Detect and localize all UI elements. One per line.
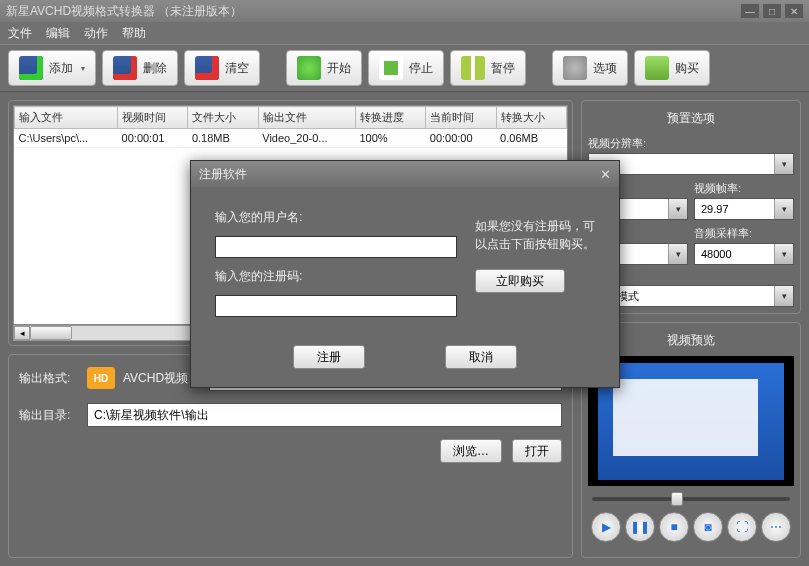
hd-icon: HD (87, 367, 115, 389)
output-format-label: 输出格式: (19, 370, 79, 387)
stop-button[interactable]: 停止 (368, 50, 444, 86)
close-button[interactable]: ✕ (785, 4, 803, 18)
table-row[interactable]: C:\Users\pc\... 00:00:01 0.18MB Video_20… (15, 129, 567, 148)
col-input[interactable]: 输入文件 (15, 107, 118, 129)
col-vtime[interactable]: 视频时间 (118, 107, 188, 129)
menu-file[interactable]: 文件 (8, 25, 32, 42)
play-button[interactable]: ▶ (591, 512, 621, 542)
film-delete-icon (113, 56, 137, 80)
gear-icon (563, 56, 587, 80)
start-button[interactable]: 开始 (286, 50, 362, 86)
menu-bar: 文件 编辑 动作 帮助 (0, 22, 809, 44)
more-button[interactable]: ⋯ (761, 512, 791, 542)
col-fsize[interactable]: 文件大小 (188, 107, 258, 129)
seek-slider[interactable] (588, 490, 794, 508)
window-controls: — □ ✕ (741, 4, 803, 18)
regcode-input[interactable] (215, 295, 457, 317)
regcode-label: 输入您的注册码: (215, 268, 457, 285)
title-bar: 新星AVCHD视频格式转换器 （未注册版本） — □ ✕ (0, 0, 809, 22)
buy-now-button[interactable]: 立即购买 (475, 269, 565, 293)
dialog-hint: 如果您没有注册码，可以点击下面按钮购买。 (475, 217, 595, 253)
dialog-close-icon[interactable]: ✕ (600, 167, 611, 182)
buy-button[interactable]: 购买 (634, 50, 710, 86)
film-clear-icon (195, 56, 219, 80)
slider-knob[interactable] (671, 492, 683, 506)
minimize-button[interactable]: — (741, 4, 759, 18)
browse-button[interactable]: 浏览… (440, 439, 502, 463)
window-title: 新星AVCHD视频格式转换器 （未注册版本） (6, 3, 242, 20)
preset-title: 预置选项 (588, 107, 794, 130)
username-input[interactable] (215, 236, 457, 258)
clear-button[interactable]: 清空 (184, 50, 260, 86)
fps-select[interactable]: 29.97 (694, 198, 794, 220)
asr-select[interactable]: 48000 (694, 243, 794, 265)
pause-button[interactable]: 暂停 (450, 50, 526, 86)
pause-icon (461, 56, 485, 80)
scroll-left-icon[interactable]: ◂ (14, 326, 30, 340)
stop-icon (379, 56, 403, 80)
output-dir-input[interactable] (87, 403, 562, 427)
fullscreen-button[interactable]: ⛶ (727, 512, 757, 542)
col-csize[interactable]: 转换大小 (496, 107, 566, 129)
asr-label: 音频采样率: (694, 226, 794, 241)
col-output[interactable]: 输出文件 (258, 107, 355, 129)
options-button[interactable]: 选项 (552, 50, 628, 86)
scroll-thumb[interactable] (30, 326, 72, 340)
cart-icon (645, 56, 669, 80)
menu-help[interactable]: 帮助 (122, 25, 146, 42)
delete-button[interactable]: 删除 (102, 50, 178, 86)
fps-label: 视频帧率: (694, 181, 794, 196)
format-category: AVCHD视频 (123, 370, 188, 387)
menu-edit[interactable]: 编辑 (46, 25, 70, 42)
cancel-button[interactable]: 取消 (445, 345, 517, 369)
register-button[interactable]: 注册 (293, 345, 365, 369)
resolution-label: 视频分辨率: (588, 136, 794, 151)
snapshot-button[interactable]: ◙ (693, 512, 723, 542)
open-button[interactable]: 打开 (512, 439, 562, 463)
register-dialog: 注册软件 ✕ 输入您的用户名: 输入您的注册码: 如果您没有注册码，可以点击下面… (190, 160, 620, 388)
media-pause-button[interactable]: ❚❚ (625, 512, 655, 542)
chevron-down-icon: ▾ (81, 64, 85, 73)
maximize-button[interactable]: □ (763, 4, 781, 18)
refresh-icon (297, 56, 321, 80)
col-curtime[interactable]: 当前时间 (426, 107, 496, 129)
username-label: 输入您的用户名: (215, 209, 457, 226)
dialog-title: 注册软件 (199, 166, 247, 183)
col-progress[interactable]: 转换进度 (355, 107, 425, 129)
film-add-icon (19, 56, 43, 80)
dialog-titlebar[interactable]: 注册软件 ✕ (191, 161, 619, 187)
menu-action[interactable]: 动作 (84, 25, 108, 42)
add-button[interactable]: 添加▾ (8, 50, 96, 86)
output-dir-label: 输出目录: (19, 407, 79, 424)
toolbar: 添加▾ 删除 清空 开始 停止 暂停 选项 购买 (0, 44, 809, 92)
media-stop-button[interactable]: ■ (659, 512, 689, 542)
